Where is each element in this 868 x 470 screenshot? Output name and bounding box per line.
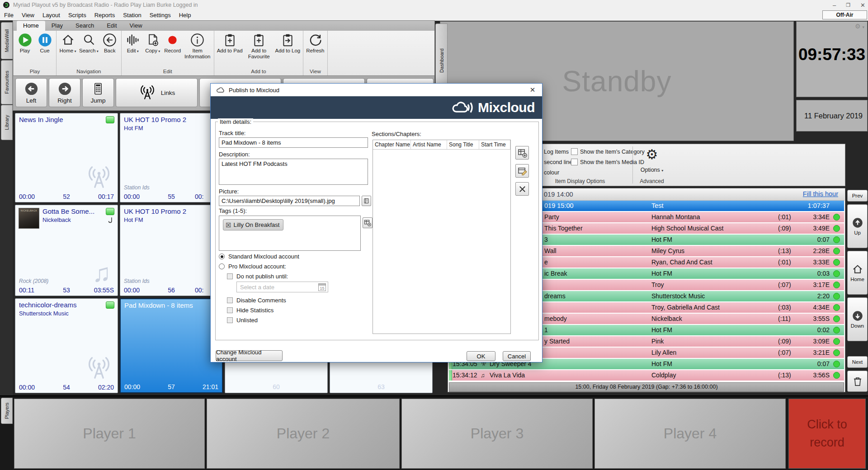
ribbon-cue-button[interactable]: Cue bbox=[35, 32, 55, 55]
ribbon-tab-edit[interactable]: Edit bbox=[100, 21, 123, 31]
cart-card-uk-hot-10-promo-2[interactable]: UK HOT 10 Promo 2Hot FMStation Ids00:005… bbox=[120, 113, 223, 202]
ribbon-copy-button[interactable]: Copy ▾ bbox=[143, 32, 163, 55]
ribbon-record-button[interactable]: Record bbox=[163, 32, 183, 55]
sidebar-tab-library[interactable]: Library bbox=[1, 105, 13, 140]
hide-statistics-checkbox[interactable] bbox=[227, 307, 233, 313]
picture-browse-button[interactable] bbox=[362, 196, 371, 206]
menu-station[interactable]: Station bbox=[119, 10, 145, 20]
tags-browse-button[interactable] bbox=[363, 217, 373, 228]
disable-comments-checkbox[interactable] bbox=[227, 297, 233, 303]
do-not-publish-label: Do not publish until: bbox=[236, 273, 288, 280]
section-delete-button[interactable] bbox=[515, 182, 529, 196]
menu-help[interactable]: Help bbox=[175, 10, 195, 20]
ribbon-add-to-log-button[interactable]: Add to Log bbox=[274, 32, 302, 55]
section-edit-button[interactable] bbox=[515, 164, 529, 178]
ribbon-add-to-favourite-button[interactable]: Add to Favourite bbox=[244, 32, 274, 60]
change-account-button[interactable]: Change Mixcloud account bbox=[216, 350, 283, 361]
log-prev-button[interactable]: Prev bbox=[847, 190, 868, 202]
close-icon[interactable]: ✕ bbox=[860, 2, 865, 9]
cart-card-news-in-jingle[interactable]: News In Jingle00:005200:17 bbox=[15, 113, 118, 202]
log-next-button[interactable]: Next bbox=[847, 356, 868, 368]
sidebar-tab-favourites[interactable]: Favourites bbox=[1, 60, 13, 104]
pro-account-radio[interactable] bbox=[219, 263, 225, 269]
log-row-duration: 1:07:37 bbox=[808, 202, 830, 209]
ribbon-search-button[interactable]: Search ▾ bbox=[78, 32, 100, 55]
ready-led-icon bbox=[833, 304, 840, 311]
ribbon-item-information-button[interactable]: Item Information bbox=[183, 32, 212, 60]
click-to-record-button[interactable]: Click to record bbox=[788, 399, 866, 469]
column-header-chapter-name[interactable]: Chapter Name bbox=[373, 140, 411, 149]
ribbon-tab-view[interactable]: View bbox=[123, 21, 149, 31]
show-mediaid-checkbox[interactable] bbox=[571, 159, 578, 165]
log-delete-button[interactable] bbox=[847, 371, 868, 392]
track-title-input[interactable]: Pad Mixdown - 8 items bbox=[219, 137, 368, 148]
ribbon-tab-search[interactable]: Search bbox=[69, 21, 100, 31]
off-air-button[interactable]: Off-Air bbox=[822, 10, 867, 19]
tag-chip[interactable]: ☒ Lilly On Breakfast bbox=[223, 219, 283, 230]
menu-layout[interactable]: Layout bbox=[38, 10, 64, 20]
column-header-artist-name[interactable]: Artist Name bbox=[411, 140, 447, 149]
ribbon-play-button[interactable]: Play bbox=[15, 32, 35, 55]
show-category-checkbox[interactable] bbox=[571, 148, 578, 155]
log-row-artist: Hannah Montana bbox=[651, 213, 700, 221]
fill-this-hour-link[interactable]: Fill this hour bbox=[803, 190, 838, 197]
toolbar-links-button[interactable]: Links bbox=[116, 78, 198, 107]
cart-card-pad-mixdown-8-items[interactable]: Pad Mixdown - 8 items00:005721:01 bbox=[120, 298, 223, 393]
ok-button[interactable]: OK bbox=[467, 351, 495, 361]
ribbon-home-button[interactable]: Home ▾ bbox=[58, 32, 78, 55]
menu-settings[interactable]: Settings bbox=[146, 10, 175, 20]
description-input[interactable]: Latest HOT FM Podcasts bbox=[219, 159, 368, 185]
do-not-publish-checkbox[interactable] bbox=[227, 273, 233, 279]
cart-card-gotta-be-some[interactable]: NICKELBACKGotta Be Some...NickelbackRock… bbox=[15, 205, 118, 296]
sidebar-tab-mediawall[interactable]: MediaWall bbox=[1, 22, 13, 59]
options-gear-icon[interactable]: ⚙ bbox=[638, 148, 666, 161]
log-up-button[interactable]: Up bbox=[847, 204, 868, 248]
log-row-artist: Hot FM bbox=[651, 326, 672, 334]
standard-account-radio[interactable] bbox=[219, 254, 225, 259]
player-panel-3[interactable]: Player 3 bbox=[401, 399, 593, 469]
menu-file[interactable]: File bbox=[0, 10, 18, 20]
section-add-button[interactable] bbox=[515, 146, 529, 160]
toolbar-right-button[interactable]: Right bbox=[49, 78, 80, 107]
picture-path-input[interactable]: C:\Users\liamb\Desktop\lilly 2019(small)… bbox=[219, 196, 360, 206]
player-panel-1[interactable]: Player 1 bbox=[14, 399, 205, 469]
minimize-icon[interactable]: – bbox=[833, 2, 836, 9]
column-header-start-time[interactable]: Start Time bbox=[479, 140, 510, 149]
options-button[interactable]: Options ▾ bbox=[638, 167, 666, 173]
cart-card-uk-hot-10-promo-2[interactable]: UK HOT 10 Promo 2Hot FMStation Ids00:005… bbox=[120, 205, 223, 296]
log-down-button[interactable]: Down bbox=[847, 297, 868, 341]
ribbon-add-to-pad-button[interactable]: Add to Pad bbox=[216, 32, 244, 55]
cue-icon bbox=[38, 33, 52, 47]
tab-players[interactable]: Players bbox=[1, 398, 13, 424]
row-ready-marker bbox=[449, 370, 452, 381]
maximize-icon[interactable]: ❐ bbox=[846, 2, 850, 8]
log-row[interactable]: 15:34:12♫Viva La VidaColdplay(:13)3:56S bbox=[449, 370, 844, 381]
ribbon-back-button[interactable]: Back bbox=[100, 32, 120, 55]
menu-reports[interactable]: Reports bbox=[90, 10, 119, 20]
log-row-artist: Hot FM bbox=[651, 360, 672, 367]
dialog-titlebar: Publish to Mixcloud ✕ bbox=[211, 84, 542, 96]
cart-card-technicolor-dreams[interactable]: technicolor-dreamsShutterstock Music00:0… bbox=[15, 298, 118, 393]
log-home-button[interactable]: Home bbox=[847, 251, 868, 295]
ribbon-refresh-button[interactable]: Refresh bbox=[305, 32, 326, 55]
log-row-artist: Troy, Gabriella And Cast bbox=[651, 304, 720, 311]
calendar-icon[interactable]: 15 bbox=[318, 283, 326, 291]
toolbar-jump-button[interactable]: Jump bbox=[82, 78, 114, 107]
player-panel-2[interactable]: Player 2 bbox=[207, 399, 400, 469]
column-header-song-title[interactable]: Song Title bbox=[447, 140, 479, 149]
unlisted-checkbox[interactable] bbox=[227, 317, 233, 323]
menu-view[interactable]: View bbox=[18, 10, 38, 20]
cancel-button[interactable]: Cancel bbox=[503, 351, 531, 361]
menu-scripts[interactable]: Scripts bbox=[64, 10, 90, 20]
ribbon-edit-button[interactable]: Edit ▾ bbox=[123, 32, 143, 55]
publish-date-input[interactable]: Select a date 15 bbox=[236, 282, 328, 292]
clock-settings-gear-icon[interactable]: ⚙ ▾ bbox=[855, 23, 864, 30]
tag-remove-icon[interactable]: ☒ bbox=[226, 221, 231, 229]
ribbon-tab-home[interactable]: Home bbox=[17, 21, 45, 31]
toolbar-left-button[interactable]: Left bbox=[15, 78, 47, 107]
player-panel-4[interactable]: Player 4 bbox=[594, 399, 786, 469]
sections-chapters-table[interactable]: Chapter NameArtist NameSong TitleStart T… bbox=[373, 140, 511, 334]
ribbon-tab-play[interactable]: Play bbox=[45, 21, 69, 31]
ribbon-button-label: Record bbox=[164, 48, 181, 54]
dialog-close-icon[interactable]: ✕ bbox=[528, 85, 538, 94]
